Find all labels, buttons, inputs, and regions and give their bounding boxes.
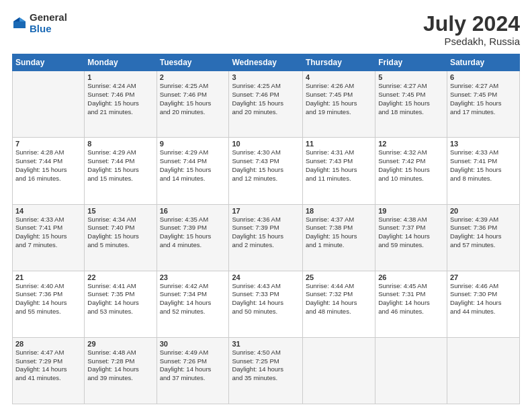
logo-icon — [12, 16, 27, 31]
week-row-2: 7Sunrise: 4:28 AM Sunset: 7:44 PM Daylig… — [13, 138, 520, 204]
day-number: 21 — [15, 273, 81, 281]
day-cell: 29Sunrise: 4:48 AM Sunset: 7:28 PM Dayli… — [85, 337, 157, 404]
day-number: 6 — [450, 73, 517, 81]
day-info: Sunrise: 4:24 AM Sunset: 7:46 PM Dayligh… — [87, 82, 153, 116]
day-cell: 13Sunrise: 4:33 AM Sunset: 7:41 PM Dayli… — [447, 138, 519, 204]
day-info: Sunrise: 4:50 AM Sunset: 7:25 PM Dayligh… — [232, 349, 299, 383]
day-info: Sunrise: 4:27 AM Sunset: 7:45 PM Dayligh… — [450, 82, 517, 116]
day-cell: 16Sunrise: 4:35 AM Sunset: 7:39 PM Dayli… — [157, 204, 229, 271]
day-cell: 24Sunrise: 4:43 AM Sunset: 7:33 PM Dayli… — [229, 271, 302, 337]
day-info: Sunrise: 4:35 AM Sunset: 7:39 PM Dayligh… — [160, 216, 226, 250]
day-number: 1 — [87, 73, 153, 81]
day-cell: 12Sunrise: 4:32 AM Sunset: 7:42 PM Dayli… — [375, 138, 447, 204]
day-info: Sunrise: 4:46 AM Sunset: 7:30 PM Dayligh… — [450, 282, 517, 316]
day-number: 7 — [15, 140, 81, 148]
week-row-4: 21Sunrise: 4:40 AM Sunset: 7:36 PM Dayli… — [13, 271, 520, 337]
day-number: 28 — [15, 340, 81, 348]
day-info: Sunrise: 4:37 AM Sunset: 7:38 PM Dayligh… — [306, 216, 372, 250]
day-cell: 3Sunrise: 4:25 AM Sunset: 7:46 PM Daylig… — [229, 71, 302, 138]
week-row-5: 28Sunrise: 4:47 AM Sunset: 7:29 PM Dayli… — [13, 337, 520, 404]
weekday-header-sunday: Sunday — [13, 54, 85, 71]
day-cell — [375, 337, 447, 404]
day-cell: 18Sunrise: 4:37 AM Sunset: 7:38 PM Dayli… — [302, 204, 375, 271]
day-info: Sunrise: 4:47 AM Sunset: 7:29 PM Dayligh… — [15, 349, 81, 383]
weekday-header-wednesday: Wednesday — [229, 54, 302, 71]
title-month: July 2024 — [423, 12, 520, 36]
day-cell: 4Sunrise: 4:26 AM Sunset: 7:45 PM Daylig… — [302, 71, 375, 138]
week-row-1: 1Sunrise: 4:24 AM Sunset: 7:46 PM Daylig… — [13, 71, 520, 138]
day-info: Sunrise: 4:29 AM Sunset: 7:44 PM Dayligh… — [160, 148, 226, 183]
day-cell: 31Sunrise: 4:50 AM Sunset: 7:25 PM Dayli… — [229, 337, 302, 404]
day-cell: 1Sunrise: 4:24 AM Sunset: 7:46 PM Daylig… — [85, 71, 157, 138]
day-info: Sunrise: 4:31 AM Sunset: 7:43 PM Dayligh… — [306, 148, 372, 183]
day-number: 11 — [306, 140, 372, 148]
day-number: 5 — [378, 73, 444, 81]
day-info: Sunrise: 4:32 AM Sunset: 7:42 PM Dayligh… — [378, 148, 444, 183]
day-number: 15 — [87, 207, 153, 215]
day-cell: 27Sunrise: 4:46 AM Sunset: 7:30 PM Dayli… — [447, 271, 519, 337]
day-cell: 22Sunrise: 4:41 AM Sunset: 7:35 PM Dayli… — [85, 271, 157, 337]
day-cell: 19Sunrise: 4:38 AM Sunset: 7:37 PM Dayli… — [375, 204, 447, 271]
day-number: 23 — [160, 273, 226, 281]
day-number: 4 — [306, 73, 372, 81]
day-info: Sunrise: 4:26 AM Sunset: 7:45 PM Dayligh… — [306, 82, 372, 116]
day-cell: 30Sunrise: 4:49 AM Sunset: 7:26 PM Dayli… — [157, 337, 229, 404]
day-info: Sunrise: 4:48 AM Sunset: 7:28 PM Dayligh… — [87, 349, 153, 383]
day-info: Sunrise: 4:27 AM Sunset: 7:45 PM Dayligh… — [378, 82, 444, 116]
day-number: 30 — [160, 340, 226, 348]
day-info: Sunrise: 4:49 AM Sunset: 7:26 PM Dayligh… — [160, 349, 226, 383]
day-info: Sunrise: 4:34 AM Sunset: 7:40 PM Dayligh… — [87, 216, 153, 250]
day-number: 20 — [450, 207, 517, 215]
day-cell: 10Sunrise: 4:30 AM Sunset: 7:43 PM Dayli… — [229, 138, 302, 204]
day-cell — [447, 337, 519, 404]
day-number: 18 — [306, 207, 372, 215]
day-number: 26 — [378, 273, 444, 281]
logo-blue-text: Blue — [30, 24, 67, 35]
title-area: July 2024 Psedakh, Russia — [423, 12, 520, 47]
day-cell: 25Sunrise: 4:44 AM Sunset: 7:32 PM Dayli… — [302, 271, 375, 337]
weekday-header-thursday: Thursday — [302, 54, 375, 71]
day-cell — [13, 71, 85, 138]
day-number: 3 — [232, 73, 299, 81]
day-info: Sunrise: 4:45 AM Sunset: 7:31 PM Dayligh… — [378, 282, 444, 316]
day-cell: 9Sunrise: 4:29 AM Sunset: 7:44 PM Daylig… — [157, 138, 229, 204]
day-info: Sunrise: 4:42 AM Sunset: 7:34 PM Dayligh… — [160, 282, 226, 316]
day-info: Sunrise: 4:25 AM Sunset: 7:46 PM Dayligh… — [232, 82, 299, 116]
day-number: 22 — [87, 273, 153, 281]
day-cell: 20Sunrise: 4:39 AM Sunset: 7:36 PM Dayli… — [447, 204, 519, 271]
day-info: Sunrise: 4:39 AM Sunset: 7:36 PM Dayligh… — [450, 216, 517, 250]
logo-general-text: General — [30, 12, 67, 24]
day-cell: 23Sunrise: 4:42 AM Sunset: 7:34 PM Dayli… — [157, 271, 229, 337]
day-cell: 7Sunrise: 4:28 AM Sunset: 7:44 PM Daylig… — [13, 138, 85, 204]
page: General Blue July 2024 Psedakh, Russia S… — [0, 0, 532, 411]
day-cell: 15Sunrise: 4:34 AM Sunset: 7:40 PM Dayli… — [85, 204, 157, 271]
day-number: 31 — [232, 340, 299, 348]
day-info: Sunrise: 4:33 AM Sunset: 7:41 PM Dayligh… — [15, 216, 81, 250]
day-number: 29 — [87, 340, 153, 348]
calendar-table: SundayMondayTuesdayWednesdayThursdayFrid… — [12, 54, 520, 404]
day-cell — [302, 337, 375, 404]
weekday-header-row: SundayMondayTuesdayWednesdayThursdayFrid… — [13, 54, 520, 71]
day-info: Sunrise: 4:43 AM Sunset: 7:33 PM Dayligh… — [232, 282, 299, 316]
day-info: Sunrise: 4:38 AM Sunset: 7:37 PM Dayligh… — [378, 216, 444, 250]
day-cell: 8Sunrise: 4:29 AM Sunset: 7:44 PM Daylig… — [85, 138, 157, 204]
day-cell: 14Sunrise: 4:33 AM Sunset: 7:41 PM Dayli… — [13, 204, 85, 271]
day-number: 25 — [306, 273, 372, 281]
weekday-header-tuesday: Tuesday — [157, 54, 229, 71]
day-number: 24 — [232, 273, 299, 281]
day-info: Sunrise: 4:29 AM Sunset: 7:44 PM Dayligh… — [87, 148, 153, 183]
day-number: 12 — [378, 140, 444, 148]
day-cell: 11Sunrise: 4:31 AM Sunset: 7:43 PM Dayli… — [302, 138, 375, 204]
weekday-header-monday: Monday — [85, 54, 157, 71]
day-number: 13 — [450, 140, 517, 148]
day-number: 10 — [232, 140, 299, 148]
header: General Blue July 2024 Psedakh, Russia — [12, 12, 520, 47]
day-number: 27 — [450, 273, 517, 281]
day-number: 2 — [160, 73, 226, 81]
logo-text: General Blue — [30, 12, 67, 34]
logo: General Blue — [12, 12, 67, 34]
day-info: Sunrise: 4:28 AM Sunset: 7:44 PM Dayligh… — [15, 148, 81, 183]
day-number: 17 — [232, 207, 299, 215]
day-number: 16 — [160, 207, 226, 215]
title-location: Psedakh, Russia — [423, 36, 520, 47]
